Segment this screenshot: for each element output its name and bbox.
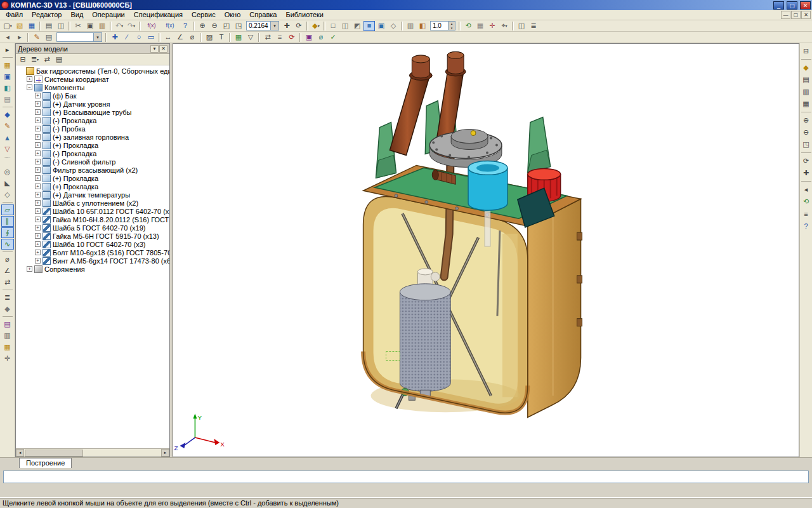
cut-extrude-icon[interactable]: ▽ <box>1 144 14 154</box>
expander-icon[interactable]: + <box>35 217 41 222</box>
expander-icon[interactable]: + <box>35 101 41 107</box>
model-tree-toggle-icon[interactable]: ⊟ <box>801 46 812 57</box>
tree-item-18[interactable]: +Шайба 5 ГОСТ 6402-70 (х19) <box>16 224 169 232</box>
equations-icon[interactable]: f(x) <box>161 21 179 31</box>
tree-horizontal-scrollbar[interactable]: ◂ ▸ <box>16 448 169 457</box>
variables-icon[interactable]: f(x) <box>143 21 160 31</box>
hole-icon[interactable]: ◎ <box>1 166 14 177</box>
spatial-curve-icon[interactable]: ∿ <box>1 239 14 250</box>
zoom-all-side-icon[interactable]: ◳ <box>801 139 812 150</box>
menu-item-view[interactable]: Вид <box>66 10 88 20</box>
property-bar-input[interactable] <box>3 471 809 483</box>
orientation-right-icon[interactable]: ▦ <box>801 98 812 109</box>
rotate-side-icon[interactable]: ⟳ <box>801 156 812 166</box>
mdi-close-button[interactable]: ✕ <box>801 11 811 19</box>
expander-icon[interactable]: + <box>35 184 41 189</box>
save-document-icon[interactable]: ▦ <box>26 21 37 31</box>
tree-item-14[interactable]: +(+) Датчик температуры <box>16 190 169 199</box>
tank-right-face[interactable] <box>528 199 582 417</box>
dimension-angular-icon[interactable]: ∠ <box>174 32 186 43</box>
zoom-out-side-icon[interactable]: ⊖ <box>801 127 812 138</box>
tree-item-1[interactable]: −Компоненты <box>16 83 169 91</box>
expander-icon[interactable]: + <box>35 225 41 231</box>
text-tool-icon[interactable]: T <box>216 32 227 43</box>
library-manager-icon[interactable]: ≣ <box>528 21 539 31</box>
pan-view-icon[interactable]: ✚ <box>281 21 292 31</box>
expander-icon[interactable]: + <box>35 134 41 140</box>
fillet-icon[interactable]: ⌒ <box>1 155 14 166</box>
expander-icon[interactable]: + <box>35 208 41 214</box>
dimension-linear-icon[interactable]: ↔ <box>162 32 174 43</box>
properties-side-icon[interactable]: ≡ <box>801 208 812 219</box>
expander-icon[interactable]: + <box>35 167 41 173</box>
expander-icon[interactable]: + <box>35 142 41 148</box>
aux-axis-icon[interactable]: ∥ <box>1 216 14 227</box>
tree-item-17[interactable]: +Гайка М10-6Н.8.20.0112 (S16) ГОСТ 5915-… <box>16 215 169 224</box>
zoom-out-icon[interactable]: ⊖ <box>209 21 220 31</box>
orientation-top-icon[interactable]: ▥ <box>801 86 812 97</box>
pan-side-icon[interactable]: ✚ <box>801 168 812 178</box>
tree-item-10[interactable]: +(-) Сливной фильтр <box>16 157 169 166</box>
expander-icon[interactable]: + <box>27 266 32 272</box>
tree-item-3[interactable]: +(+) Датчик уровня <box>16 100 169 108</box>
tree-item-0[interactable]: +Системы координат <box>16 75 169 83</box>
rebuild-model-icon[interactable]: ⟲ <box>462 21 474 31</box>
mdi-restore-button[interactable]: ▢ <box>791 11 801 19</box>
rect-tool-icon[interactable]: ▭ <box>145 32 157 43</box>
tab-construction[interactable]: Построение <box>19 458 72 468</box>
pin-panel-icon[interactable]: ▾ <box>150 45 159 53</box>
expander-icon[interactable]: + <box>35 159 41 164</box>
measure-3d-icon[interactable]: ≣ <box>1 292 14 303</box>
detail-level-combo[interactable]: 1.0▴▾ <box>430 21 455 30</box>
new-window-icon[interactable]: ◫ <box>516 21 527 31</box>
tree-item-4[interactable]: +(+) Всасывающие трубы <box>16 108 169 116</box>
extrude-icon[interactable]: ▲ <box>1 132 14 143</box>
current-layer-combo[interactable]: ▾ <box>56 32 102 42</box>
next-orientation-icon[interactable]: ▸ <box>14 32 25 43</box>
rib-icon[interactable]: ◣ <box>1 178 14 189</box>
menu-item-editor[interactable]: Редактор <box>27 10 66 20</box>
simplified-display-icon[interactable]: ▥ <box>405 21 416 31</box>
model-viewport[interactable]: Y X Z <box>173 43 799 457</box>
tree-item-2[interactable]: +(ф) Бак <box>16 91 169 100</box>
grid-icon[interactable]: ▦ <box>475 21 486 31</box>
scroll-thumb[interactable] <box>25 450 83 457</box>
settings-icon[interactable]: ✛ <box>1 353 14 364</box>
create-surface-icon[interactable]: ◧ <box>1 83 14 93</box>
display-hidden-lines-icon[interactable]: ◫ <box>339 21 351 31</box>
expander-icon[interactable]: + <box>35 258 41 264</box>
expander-icon[interactable]: − <box>27 84 32 90</box>
specification-icon[interactable]: ▤ <box>1 319 14 330</box>
print-icon[interactable]: ▤ <box>43 21 55 31</box>
mdi-minimize-button[interactable]: — <box>781 11 790 19</box>
tree-item-21[interactable]: +Болт М10-6gх18 (S16) ГОСТ 7805-70 (х3) <box>16 248 169 257</box>
menu-item-help[interactable]: Справка <box>245 10 281 20</box>
zoom-fit-icon[interactable]: ◳ <box>233 21 244 31</box>
tree-additional-icon[interactable]: ▤ <box>53 55 65 65</box>
display-wireframe-icon[interactable]: □ <box>327 21 339 31</box>
collections-icon[interactable]: ▦ <box>233 32 244 43</box>
context-help-icon[interactable]: ? <box>180 21 191 31</box>
parameters-icon[interactable]: ≡ <box>274 32 285 43</box>
tree-item-22[interactable]: +Винт А.М5-6gх14 ГОСТ 17473-80 (х6) <box>16 257 169 265</box>
menu-item-window[interactable]: Окно <box>220 10 246 20</box>
maximize-button[interactable]: ▢ <box>787 1 797 10</box>
zoom-scale-dropdown-icon[interactable]: ▾ <box>270 22 278 30</box>
current-layer-dropdown-icon[interactable]: ▾ <box>93 33 102 41</box>
print-preview-icon[interactable]: ◫ <box>55 21 67 31</box>
tree-item-8[interactable]: +(+) Прокладка <box>16 141 169 149</box>
orientation-front-icon[interactable]: ▤ <box>801 74 812 85</box>
copy-icon[interactable]: ▣ <box>84 21 96 31</box>
layers-icon[interactable]: ▤ <box>43 32 55 43</box>
conditions-icon[interactable]: ∠ <box>1 265 14 276</box>
expander-icon[interactable]: + <box>35 117 41 123</box>
expander-icon[interactable]: + <box>35 126 41 131</box>
display-shaded-icon[interactable]: ■ <box>363 21 375 31</box>
tree-item-12[interactable]: +(+) Прокладка <box>16 174 169 182</box>
rebuild-icon[interactable]: ⟳ <box>286 32 298 43</box>
zoom-window-icon[interactable]: ◰ <box>221 21 232 31</box>
edit-component-icon[interactable]: ▦ <box>1 60 14 70</box>
circle-tool-icon[interactable]: ○ <box>133 32 145 43</box>
refresh-image-icon[interactable]: ⟲ <box>801 196 812 207</box>
menu-item-libraries[interactable]: Библиотеки <box>281 10 328 20</box>
